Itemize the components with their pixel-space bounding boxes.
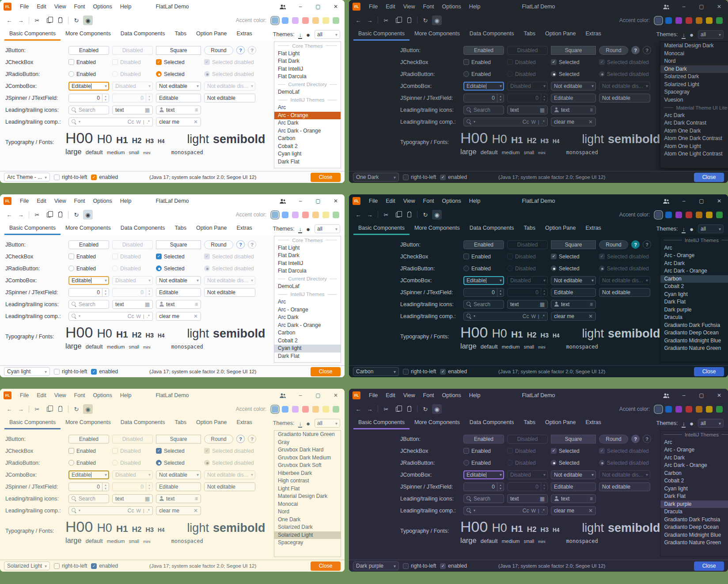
theme-list-item[interactable]: Cyan light bbox=[660, 485, 728, 493]
titlebar[interactable]: FL FileEditViewFontOptionsHelp FlatLaf D… bbox=[0, 389, 345, 402]
users-icon[interactable] bbox=[657, 194, 675, 208]
theme-list-item[interactable]: Gradianto Dark Fuchsia bbox=[660, 322, 728, 330]
eye-toggle-icon[interactable]: ◉ bbox=[83, 210, 93, 220]
accent-swatch-4[interactable] bbox=[302, 212, 309, 218]
minimize-button[interactable]: – bbox=[675, 0, 693, 13]
cut-icon[interactable]: ✂ bbox=[381, 15, 391, 25]
help-button-secondary[interactable]: ? bbox=[643, 240, 651, 249]
enabled-button[interactable]: Enabled bbox=[463, 240, 504, 249]
clear-icon[interactable]: ✕ bbox=[588, 119, 593, 125]
theme-list-item[interactable]: Arc Dark bbox=[660, 260, 728, 268]
enabled-button[interactable]: Enabled bbox=[68, 435, 109, 444]
paste-icon[interactable] bbox=[404, 15, 414, 25]
refresh-icon[interactable]: ↻ bbox=[421, 404, 430, 414]
enabled-button[interactable]: Enabled bbox=[463, 435, 504, 444]
spinner[interactable]: 0 ▴▾ bbox=[463, 94, 504, 102]
theme-list-item[interactable]: Arc Dark - Orange bbox=[660, 462, 728, 470]
theme-list-item[interactable]: Arc Dark - Orange bbox=[274, 322, 341, 330]
copy-icon[interactable] bbox=[44, 210, 53, 220]
theme-list-item[interactable]: Nord bbox=[660, 57, 728, 65]
accent-swatch-6[interactable] bbox=[706, 406, 713, 413]
theme-list-item[interactable]: Nord bbox=[274, 508, 341, 516]
themes-list[interactable]: Core ThemesFlat LightFlat DarkFlat Intel… bbox=[274, 236, 341, 363]
accent-swatch-3[interactable] bbox=[292, 212, 299, 218]
close-window-button[interactable]: ✕ bbox=[710, 389, 728, 402]
forward-icon[interactable]: → bbox=[365, 210, 375, 220]
round-button[interactable]: Round bbox=[204, 435, 233, 444]
theme-combobox[interactable]: Cyan light ▾ bbox=[4, 367, 50, 376]
accent-swatch-2[interactable] bbox=[665, 406, 672, 413]
theme-list-item[interactable]: Flat Light bbox=[274, 244, 341, 252]
menu-font[interactable]: Font bbox=[70, 194, 89, 208]
tab-extras[interactable]: Extras bbox=[580, 27, 606, 41]
menu-file[interactable]: File bbox=[16, 194, 33, 208]
menu-view[interactable]: View bbox=[399, 0, 419, 13]
combobox-not-editable[interactable]: Not editable ▾ bbox=[156, 276, 201, 285]
search-with-options-input[interactable]: ▾ Cc W | .* bbox=[68, 118, 153, 126]
text-input-person[interactable]: text ≡ bbox=[551, 300, 596, 309]
search-with-options-input[interactable]: ▾ Cc W | .* bbox=[68, 312, 153, 321]
paste-icon[interactable] bbox=[55, 15, 65, 25]
eye-toggle-icon[interactable]: ◉ bbox=[83, 404, 93, 414]
themes-filter-combobox[interactable]: all ▾ bbox=[315, 224, 340, 233]
theme-list-item-selected[interactable]: One Dark bbox=[660, 65, 728, 73]
theme-list-item[interactable]: Solarized Dark bbox=[660, 73, 728, 81]
spinner[interactable]: 0 ▴▾ bbox=[68, 482, 109, 491]
clear-me-input[interactable]: clear me ✕ bbox=[156, 506, 201, 515]
help-button-secondary[interactable]: ? bbox=[248, 435, 256, 443]
theme-list-item[interactable]: Dark Flat bbox=[660, 298, 728, 306]
forward-icon[interactable]: → bbox=[16, 404, 26, 414]
tab-option-pane[interactable]: Option Pane bbox=[191, 222, 232, 235]
menu-edit[interactable]: Edit bbox=[382, 0, 399, 13]
accent-swatch-2[interactable] bbox=[665, 212, 672, 218]
whole-word-icon[interactable]: W bbox=[136, 508, 140, 513]
theme-list-item[interactable]: Gradianto Deep Ocean bbox=[660, 523, 728, 531]
help-button[interactable]: ? bbox=[631, 435, 640, 443]
eye-toggle-icon[interactable]: ◉ bbox=[432, 15, 442, 25]
theme-list-item[interactable]: Carbon bbox=[274, 329, 341, 337]
theme-list-item[interactable]: Gruvbox Dark Medium bbox=[274, 454, 341, 462]
right-to-left-checkbox[interactable]: right-to-left bbox=[54, 174, 87, 180]
spinner[interactable]: 0 ▴▾ bbox=[68, 288, 109, 297]
round-button[interactable]: Round bbox=[599, 46, 628, 55]
theme-combobox[interactable]: Carbon ▾ bbox=[353, 367, 399, 376]
theme-combobox[interactable]: One Dark ▾ bbox=[353, 173, 399, 182]
menu-options[interactable]: Options bbox=[438, 194, 465, 208]
titlebar[interactable]: FL FileEditViewFontOptionsHelp FlatLaf D… bbox=[349, 0, 728, 13]
accent-swatch-1[interactable] bbox=[272, 406, 278, 413]
menu-edit[interactable]: Edit bbox=[33, 194, 50, 208]
combobox-not-editable[interactable]: Not editable ▾ bbox=[551, 276, 596, 285]
refresh-icon[interactable]: ↻ bbox=[421, 15, 430, 25]
tab-basic-components[interactable]: Basic Components bbox=[353, 416, 410, 429]
eye-toggle-icon[interactable]: ◉ bbox=[83, 15, 93, 25]
back-icon[interactable]: ← bbox=[353, 15, 363, 25]
github-icon[interactable]: ● bbox=[306, 226, 310, 232]
clear-icon[interactable]: ✕ bbox=[193, 313, 198, 319]
accent-swatch-3[interactable] bbox=[292, 17, 299, 24]
close-button[interactable]: Close bbox=[311, 173, 341, 182]
table-icon[interactable]: ▦ bbox=[540, 107, 545, 113]
theme-list-item[interactable]: Material Design Dark bbox=[660, 42, 728, 50]
theme-list-item[interactable]: Flat Light bbox=[274, 50, 341, 58]
square-button[interactable]: Square bbox=[156, 46, 201, 55]
minimize-button[interactable]: – bbox=[292, 389, 309, 402]
match-case-icon[interactable]: Cc bbox=[128, 508, 134, 514]
table-icon[interactable]: ▦ bbox=[145, 496, 150, 502]
radio-selected[interactable]: Selected bbox=[551, 265, 596, 272]
theme-list-item[interactable]: Arc bbox=[274, 298, 341, 306]
combobox-editable[interactable]: Editable ▾ bbox=[463, 470, 504, 479]
combobox-not-editable[interactable]: Not editable ▾ bbox=[156, 82, 201, 91]
accent-swatch-7[interactable] bbox=[333, 17, 339, 24]
match-case-icon[interactable]: Cc bbox=[523, 508, 529, 514]
cut-icon[interactable]: ✂ bbox=[381, 210, 391, 220]
tab-tabs[interactable]: Tabs bbox=[519, 27, 540, 41]
textfield-editable[interactable]: Editable bbox=[551, 482, 596, 491]
checkbox-selected[interactable]: ✓Selected bbox=[156, 448, 201, 454]
clear-me-input[interactable]: clear me ✕ bbox=[551, 312, 596, 321]
text-input-calendar[interactable]: text ▦ bbox=[507, 106, 548, 114]
themes-list[interactable]: IntelliJ ThemesArcArc - OrangeArc DarkAr… bbox=[660, 236, 728, 363]
theme-list-item[interactable]: Arc Dark - Orange bbox=[660, 267, 728, 275]
tab-tabs[interactable]: Tabs bbox=[170, 222, 191, 235]
copy-icon[interactable] bbox=[393, 15, 402, 25]
checkbox-selected[interactable]: ✓Selected bbox=[551, 59, 596, 65]
